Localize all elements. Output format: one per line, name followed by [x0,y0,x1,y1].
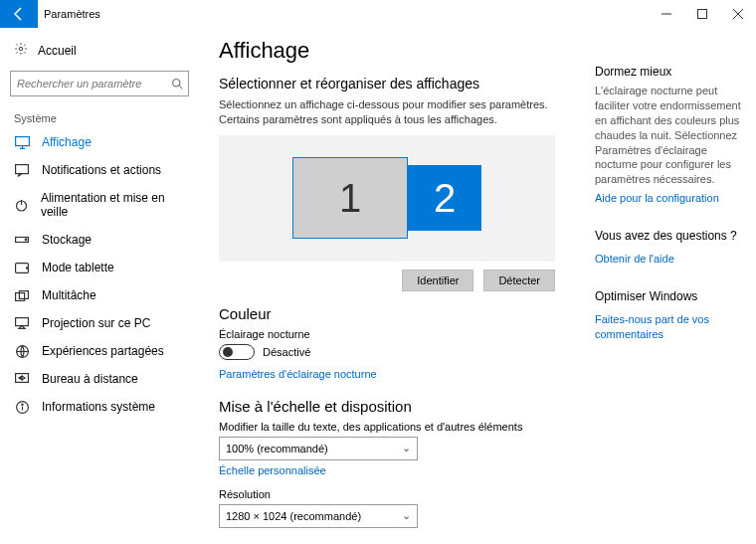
projection-icon [14,317,30,329]
remote-icon [14,373,30,385]
tip3-link[interactable]: Faites-nous part de vos commentaires [595,312,744,342]
tip2-heading: Vous avez des questions ? [595,228,744,244]
select-heading: Sélectionner et réorganiser des affichag… [219,76,573,91]
monitor-arrangement[interactable]: 1 2 [219,135,555,262]
nav-label: Expériences partagées [42,344,164,358]
nav-label: Alimentation et mise en veille [41,191,185,219]
svg-point-16 [26,267,27,268]
tablet-icon [14,263,30,273]
nav-label: Mode tablette [42,261,114,274]
svg-point-25 [21,404,22,405]
monitor-1-label: 1 [339,176,361,221]
svg-rect-18 [19,290,28,298]
monitor-2-label: 2 [434,176,456,221]
svg-line-6 [179,86,182,89]
resolution-value: 1280 × 1024 (recommandé) [226,510,361,522]
resolution-label: Résolution [219,488,573,500]
nav-notifications[interactable]: Notifications et actions [0,156,199,184]
gear-icon [14,42,28,59]
category-label: Système [0,106,199,128]
nav-label: Stockage [42,233,92,247]
tips-pane: Dormez mieux L'éclairage nocturne peut f… [583,28,756,544]
window-controls [649,0,756,28]
nav-shared[interactable]: Expériences partagées [0,337,199,365]
window-title: Paramètres [38,8,100,20]
resolution-dropdown[interactable]: 1280 × 1024 (recommandé) ⌄ [219,504,418,528]
maximize-button[interactable] [684,0,720,28]
power-icon [14,199,29,212]
nav-affichage[interactable]: Affichage [0,128,199,156]
nav-storage[interactable]: Stockage [0,226,199,254]
nav-projection[interactable]: Projection sur ce PC [0,309,199,337]
info-icon [14,401,30,414]
svg-rect-19 [16,318,29,326]
tip1-heading: Dormez mieux [595,64,744,80]
back-button[interactable] [0,0,38,28]
nav-label: Informations système [42,400,155,414]
nav-tablet[interactable]: Mode tablette [0,254,199,281]
monitor-1[interactable]: 1 [292,157,408,239]
page-title: Affichage [219,38,573,64]
chevron-down-icon: ⌄ [402,442,411,454]
tip1-link[interactable]: Aide pour la configuration [595,191,719,206]
nightlight-toggle[interactable] [219,344,255,360]
custom-scale-link[interactable]: Échelle personnalisée [219,464,326,476]
detect-button[interactable]: Détecter [483,270,555,291]
nav-label: Bureau à distance [42,372,138,386]
identify-button[interactable]: Identifier [402,270,473,291]
svg-rect-10 [16,164,29,173]
color-heading: Couleur [219,305,573,322]
svg-rect-1 [698,10,707,19]
scale-dropdown[interactable]: 100% (recommandé) ⌄ [219,437,418,460]
nav-label: Affichage [42,135,92,149]
home-label: Accueil [38,44,77,58]
nav-remote[interactable]: Bureau à distance [0,365,199,393]
multitask-icon [14,290,30,301]
search-box[interactable] [10,71,189,96]
tip1-text: L'éclairage nocturne peut faciliter votr… [595,84,744,187]
home-button[interactable]: Accueil [0,36,199,65]
main-panel: Affichage Sélectionner et réorganiser de… [199,28,583,544]
scale-heading: Mise à l'échelle et disposition [219,398,573,415]
svg-rect-17 [16,292,25,300]
display-icon [14,136,30,149]
search-icon [166,78,188,90]
monitor-2[interactable]: 2 [408,165,481,231]
nightlight-settings-link[interactable]: Paramètres d'éclairage nocturne [219,368,377,380]
scale-value: 100% (recommandé) [226,443,328,454]
nightlight-label: Éclairage nocturne [219,328,573,340]
nav-power[interactable]: Alimentation et mise en veille [0,184,199,226]
nightlight-state: Désactivé [263,346,310,358]
nav-multitask[interactable]: Multitâche [0,281,199,309]
nav-about[interactable]: Informations système [0,393,199,421]
nav-label: Notifications et actions [42,163,161,177]
svg-rect-7 [15,136,29,145]
tip2-link[interactable]: Obtenir de l'aide [595,252,674,267]
nav-label: Multitâche [42,288,96,302]
chevron-down-icon: ⌄ [402,509,411,522]
tip3-heading: Optimiser Windows [595,288,744,304]
notification-icon [14,164,30,177]
storage-icon [14,235,30,245]
minimize-button[interactable] [649,0,684,28]
nav-label: Projection sur ce PC [42,316,150,330]
titlebar: Paramètres [0,0,756,28]
scale-label: Modifier la taille du texte, des applica… [219,421,573,433]
svg-point-14 [25,239,27,241]
svg-point-5 [173,80,181,88]
svg-point-4 [19,47,23,51]
search-input[interactable] [11,78,166,90]
sidebar: Accueil Système Affichage Notifications … [0,28,199,544]
close-button[interactable] [720,0,756,28]
select-description: Sélectionnez un affichage ci-dessous pou… [219,97,557,127]
shared-icon [14,345,30,358]
